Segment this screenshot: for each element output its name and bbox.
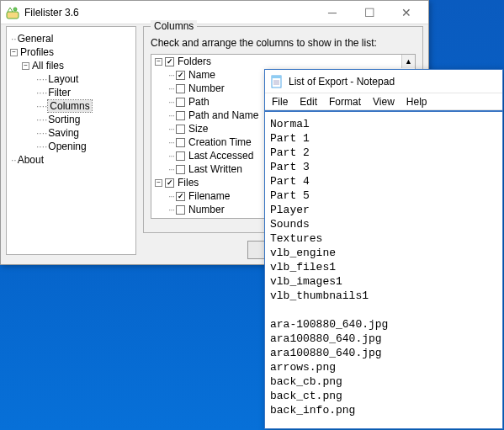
column-item-label: Name — [188, 69, 215, 81]
nav-item-label: Sorting — [48, 114, 80, 125]
collapse-icon[interactable]: − — [155, 179, 162, 187]
nav-item-label: Saving — [48, 127, 79, 139]
column-item-label: Number — [188, 82, 225, 94]
nav-item-about[interactable]: ··About — [10, 153, 132, 167]
checkbox[interactable] — [165, 57, 174, 66]
nav-item-label: Opening — [48, 141, 86, 152]
notepad-separator — [265, 110, 502, 112]
minimize-button[interactable]: ─ — [314, 1, 351, 24]
collapse-icon[interactable]: − — [155, 58, 162, 66]
checkbox[interactable] — [176, 138, 185, 147]
checkbox[interactable] — [176, 125, 185, 134]
column-item-label: Size — [188, 123, 208, 135]
menu-format[interactable]: Format — [329, 96, 361, 108]
nav-item-general[interactable]: ··General — [10, 32, 132, 45]
column-group-label: Files — [178, 177, 199, 188]
column-item-label: Path and Name — [188, 109, 258, 121]
notepad-icon — [270, 75, 284, 88]
svg-rect-0 — [7, 12, 19, 19]
nav-sublist: ····Layout····Filter····Columns····Sorti… — [10, 72, 132, 153]
nav-item-layout[interactable]: ····Layout — [10, 72, 132, 86]
notepad-menubar: File Edit Format View Help — [265, 93, 502, 110]
column-item-label: Path — [188, 217, 210, 219]
filelister-title: Filelister 3.6 — [24, 7, 314, 19]
svg-point-1 — [13, 8, 17, 11]
nav-item-filter[interactable]: ····Filter — [10, 86, 132, 99]
nav-tree: ··General − Profiles − All files ····Lay… — [6, 26, 136, 255]
close-window-button[interactable]: ✕ — [388, 1, 425, 24]
column-group-label: Folders — [178, 56, 211, 67]
checkbox[interactable] — [176, 219, 185, 220]
column-item-label: Number — [188, 204, 225, 215]
collapse-icon[interactable]: − — [22, 62, 29, 70]
column-item-label: Creation Time — [188, 136, 252, 148]
checkbox[interactable] — [176, 205, 185, 215]
column-item-label: Last Accessed — [188, 150, 253, 162]
nav-item-columns[interactable]: ····Columns — [10, 99, 132, 113]
collapse-icon[interactable]: − — [10, 49, 18, 56]
checkbox[interactable] — [176, 71, 185, 80]
nav-item-profiles[interactable]: − Profiles — [10, 45, 132, 59]
checkbox[interactable] — [176, 98, 185, 107]
column-group[interactable]: −Folders — [151, 55, 415, 68]
checkbox[interactable] — [176, 84, 185, 93]
maximize-button[interactable]: ☐ — [351, 1, 388, 24]
checkbox[interactable] — [176, 192, 185, 201]
notepad-title: List of Export - Notepad — [289, 76, 395, 88]
column-item-label: Filename — [188, 190, 230, 202]
nav-item-opening[interactable]: ····Opening — [10, 140, 132, 153]
column-item-label: Last Written — [188, 163, 242, 175]
menu-file[interactable]: File — [272, 96, 288, 108]
columns-legend: Columns — [151, 20, 197, 32]
menu-help[interactable]: Help — [406, 96, 427, 108]
checkbox[interactable] — [176, 165, 185, 174]
app-icon — [6, 6, 19, 19]
nav-item-saving[interactable]: ····Saving — [10, 126, 132, 140]
checkbox[interactable] — [176, 151, 185, 161]
notepad-textarea[interactable]: Normal Part 1 Part 2 Part 3 Part 4 Part … — [265, 114, 502, 428]
checkbox[interactable] — [165, 178, 174, 188]
columns-desc: Check and arrange the columns to show in… — [151, 37, 416, 49]
notepad-window: List of Export - Notepad File Edit Forma… — [264, 69, 503, 429]
nav-item-allfiles[interactable]: − All files — [10, 59, 132, 72]
nav-item-label: Filter — [48, 87, 71, 98]
svg-rect-3 — [272, 76, 281, 78]
menu-view[interactable]: View — [373, 96, 395, 108]
checkbox[interactable] — [176, 111, 185, 120]
notepad-titlebar[interactable]: List of Export - Notepad — [265, 70, 502, 93]
scroll-up-button[interactable]: ▲ — [401, 55, 415, 68]
nav-item-sorting[interactable]: ····Sorting — [10, 113, 132, 126]
filelister-titlebar[interactable]: Filelister 3.6 ─ ☐ ✕ — [1, 1, 428, 24]
menu-edit[interactable]: Edit — [300, 96, 317, 108]
column-item-label: Path — [188, 96, 210, 108]
nav-item-label: Layout — [48, 73, 78, 85]
nav-item-label: Columns — [48, 100, 91, 112]
